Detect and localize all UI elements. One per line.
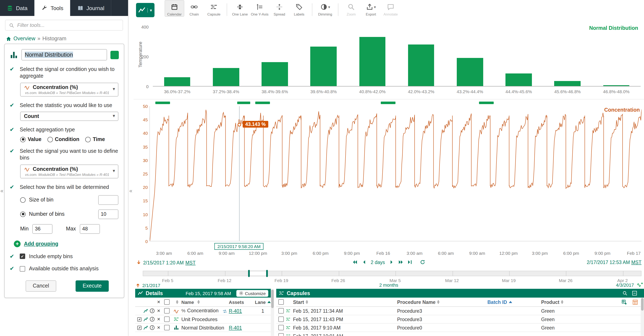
capsule-search-icon[interactable] <box>622 290 628 296</box>
column-header-batch-id[interactable]: Batch ID <box>488 300 541 304</box>
radio-icon[interactable] <box>20 136 26 142</box>
capsule-row[interactable]: Feb 16, 2017 9:10 AM Procedure0 Green <box>276 324 644 332</box>
scrubber-track[interactable] <box>143 271 642 276</box>
remove-item-icon[interactable]: ✕ <box>157 326 160 330</box>
radio-icon[interactable] <box>85 136 91 142</box>
add-grouping-link[interactable]: Add grouping <box>14 240 119 247</box>
column-header-start[interactable]: Start <box>293 300 397 304</box>
column-header-procedure-name[interactable]: Procedure Name <box>397 300 488 304</box>
toolbar-button-spread[interactable]: Spread <box>270 0 289 17</box>
number-of-bins-input[interactable] <box>98 210 118 219</box>
condition-capsule[interactable] <box>381 102 396 104</box>
toolbar-button-dimming[interactable]: Dimming <box>315 0 335 17</box>
range-start-text[interactable]: 2/15/2017 1:20 AM <box>143 260 184 265</box>
range-end-text[interactable]: 2/17/2017 12:53 AM <box>587 260 630 265</box>
condition-capsule[interactable] <box>255 102 270 104</box>
timezone-link[interactable]: MST <box>631 260 642 265</box>
size-of-bin-radio[interactable] <box>20 197 26 203</box>
info-icon[interactable]: i <box>150 317 155 322</box>
histogram-bar[interactable] <box>554 81 580 86</box>
select-all-checkbox[interactable] <box>164 299 170 305</box>
aggregate-signal-select[interactable]: Concentration (%) vs.com. ModuleDB » Tes… <box>20 82 118 96</box>
view-selector-button[interactable] <box>136 3 154 17</box>
statistic-select[interactable]: Count <box>20 112 118 121</box>
table-view-icon[interactable] <box>632 299 638 305</box>
condition-capsule[interactable] <box>237 102 250 104</box>
add-column-icon[interactable] <box>621 299 627 305</box>
scrubber-end-date[interactable]: 4/3/2017 <box>616 282 634 288</box>
customize-button[interactable]: Customize <box>236 290 268 296</box>
toolbar-button-calendar[interactable]: Calendar <box>164 0 184 17</box>
toolbar-button-chain[interactable]: Chain <box>184 0 204 17</box>
edit-properties-icon[interactable] <box>137 317 142 322</box>
color-swatch[interactable] <box>110 50 119 59</box>
capsule-row[interactable]: Feb 17, 2017 10:01 AM <box>276 332 644 336</box>
column-header-assets[interactable]: Assets <box>229 300 255 304</box>
toolbar-button-one-lane[interactable]: One Lane <box>230 0 250 17</box>
execute-button[interactable]: Execute <box>76 280 109 292</box>
collapse-left-handle[interactable] <box>0 188 3 194</box>
histogram-bar[interactable] <box>408 44 434 86</box>
histogram-bar[interactable] <box>457 58 483 86</box>
row-checkbox[interactable] <box>164 325 170 330</box>
auto-update-icon[interactable] <box>637 282 643 288</box>
number-of-bins-radio[interactable] <box>20 212 26 217</box>
fast-rewind-button[interactable] <box>352 260 358 265</box>
scrubber-left-handle[interactable] <box>248 270 250 277</box>
capsule-checkbox[interactable] <box>278 325 284 330</box>
info-icon[interactable]: i <box>150 325 155 330</box>
push-to-trend-icon[interactable] <box>143 325 148 330</box>
select-all-capsules-checkbox[interactable] <box>278 299 284 305</box>
toolbar-button-annotate[interactable]: Annotate <box>381 0 400 17</box>
scrollbar-thumb[interactable] <box>271 290 274 308</box>
step-back-button[interactable] <box>362 260 367 265</box>
scrubber-selection[interactable] <box>249 271 267 276</box>
remove-item-icon[interactable]: ✕ <box>157 317 160 321</box>
cancel-button[interactable]: Cancel <box>26 280 56 292</box>
max-input[interactable] <box>80 224 100 234</box>
refresh-button[interactable] <box>420 260 425 265</box>
step-forward-button[interactable] <box>389 260 394 265</box>
scrollbar-thumb[interactable] <box>641 298 644 310</box>
column-header-lane[interactable]: Lane <box>255 300 271 304</box>
row-checkbox[interactable] <box>164 308 170 314</box>
histogram-bar[interactable] <box>213 68 239 86</box>
asset-swap-icon[interactable] <box>222 308 228 314</box>
info-icon[interactable]: i <box>150 308 155 313</box>
remove-all-icon[interactable]: ✕ <box>157 300 160 304</box>
sort-type-control[interactable] <box>176 300 178 304</box>
tab-data[interactable]: Data <box>0 0 35 16</box>
row-checkbox[interactable] <box>164 316 170 322</box>
capsule-row[interactable]: Feb 15, 2017 11:43 PM Procedure3 Green <box>276 315 644 324</box>
skip-to-now-button[interactable] <box>407 260 413 265</box>
asset-link[interactable]: R-401 <box>229 308 242 313</box>
size-of-bin-input[interactable] <box>98 195 118 205</box>
fast-forward-button[interactable] <box>398 260 404 265</box>
toolbar-button-labels[interactable]: Labels <box>289 0 309 17</box>
capsule-checkbox[interactable] <box>278 333 284 336</box>
tab-journal[interactable]: Journal <box>70 0 112 16</box>
condition-capsule[interactable] <box>155 102 170 104</box>
toolbar-button-export[interactable]: Export <box>361 0 381 17</box>
histogram-bar[interactable] <box>310 46 337 86</box>
column-header-name[interactable]: Name <box>181 300 229 304</box>
toolbar-button-one-y-axis[interactable]: One Y-Axis <box>250 0 270 17</box>
histogram-bar[interactable] <box>506 74 532 86</box>
radio-icon[interactable] <box>47 136 53 142</box>
breadcrumb-home[interactable]: Overview <box>14 36 35 42</box>
aggregation-type-value[interactable]: Value <box>20 136 41 142</box>
scrubber-duration[interactable]: 2 months <box>379 282 398 288</box>
include-empty-bins-checkbox[interactable] <box>20 254 25 259</box>
capsules-scrollbar[interactable] <box>641 298 644 336</box>
histogram-bar[interactable] <box>164 77 190 86</box>
bin-signal-select[interactable]: Concentration (%) vs.com. ModuleDB » Tes… <box>20 164 118 178</box>
condition-capsule[interactable] <box>479 102 494 104</box>
scrubber-right-handle[interactable] <box>266 270 268 277</box>
edit-properties-icon[interactable] <box>137 325 142 330</box>
available-outside-this-analysis-checkbox[interactable] <box>20 266 25 271</box>
minimize-panel-icon[interactable] <box>632 290 637 296</box>
histogram-bar[interactable] <box>262 62 288 86</box>
tab-tools[interactable]: Tools <box>35 0 70 16</box>
timezone-link[interactable]: MST <box>185 260 196 265</box>
histogram-bar[interactable] <box>603 85 629 86</box>
